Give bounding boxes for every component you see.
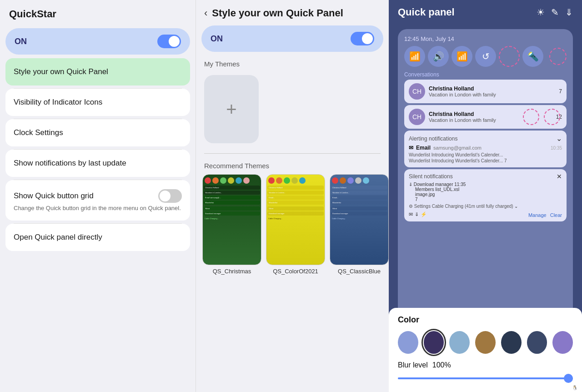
right-title: Quick panel	[398, 6, 455, 18]
add-theme-button[interactable]: +	[204, 75, 259, 143]
silent-section: Silent notifications ✕ ⇓ Download manage…	[404, 169, 567, 221]
theme-notification: Vacation in London...	[267, 191, 324, 195]
qp-dashed-btn-2	[549, 48, 567, 65]
theme-notification: Silent	[267, 206, 324, 211]
alerting-expand[interactable]: ⌄	[556, 134, 562, 143]
mid-toggle-label: ON	[211, 34, 223, 44]
menu-list: Style your own Quick Panel Visibility of…	[0, 58, 196, 392]
manage-btn[interactable]: Manage	[528, 212, 547, 218]
watermark: El androide libre 🐧	[538, 385, 577, 390]
theme-preview-christmas: Christina Holland Vacation in London... …	[202, 174, 261, 265]
blur-slider-fill	[398, 377, 573, 379]
silent-close[interactable]: ✕	[557, 173, 562, 180]
qp-bluetooth-btn[interactable]: 📶	[452, 46, 472, 67]
theme-notification: Download manager	[331, 211, 387, 216]
color-dots-row	[398, 331, 573, 354]
qp-icons-row: 📶 🔊 📶 ↺ 🔦	[404, 46, 567, 67]
color-dot-5[interactable]	[527, 331, 547, 354]
theme-notification: Wunderlist	[267, 201, 324, 205]
color-popup-title: Color	[398, 315, 573, 325]
theme-notification: Christina Holland	[204, 186, 260, 190]
menu-item-visibility[interactable]: Visibility of Indicator Icons	[5, 89, 190, 116]
menu-item-grid[interactable]: Show Quick button grid Change the Quick …	[5, 180, 190, 221]
theme-icon-dot	[284, 177, 290, 184]
blur-row: Blur level 100%	[398, 361, 573, 369]
files-list: Members list_UDL.xsl image.jpg 7	[409, 187, 562, 202]
menu-item-clock[interactable]: Clock Settings	[5, 119, 190, 146]
menu-item-style[interactable]: Style your own Quick Panel	[5, 58, 190, 85]
middle-title: Style your own Quick Panel	[212, 7, 343, 19]
download-row: ⇓ Download manager 11:35	[409, 182, 562, 187]
theme-notification: Email samsung@...	[204, 196, 260, 200]
theme-icon-dot	[228, 177, 234, 184]
alerting-title: Alerting notifications	[409, 136, 457, 142]
left-toggle-row[interactable]: ON	[5, 28, 190, 55]
color-popup: Color Blur level 100%	[389, 308, 582, 392]
download-icon[interactable]: ⇓	[565, 7, 573, 18]
bottom-actions: Manage Clear	[528, 212, 562, 218]
notif-card-1: CH Christina Holland Vacation in London …	[404, 80, 567, 103]
color-dot-4[interactable]	[501, 331, 522, 354]
notif-text-1: Christina Holland Vacation in London wit…	[429, 85, 555, 97]
blur-slider-container[interactable]	[398, 374, 573, 383]
brightness-icon[interactable]: ☀	[537, 7, 545, 18]
grid-toggle-switch[interactable]	[158, 189, 182, 203]
email-name: Email	[416, 145, 431, 151]
app-title: QuickStar	[0, 0, 196, 25]
theme-icon-dot	[236, 177, 242, 184]
color-dot-3[interactable]	[475, 331, 496, 354]
qp-dashed-btn-1[interactable]	[499, 46, 520, 67]
theme-icon-dot	[276, 177, 282, 184]
theme-notification: Vacation in London...	[204, 191, 260, 195]
color-dot-6[interactable]	[552, 331, 573, 354]
theme-icon-dot	[212, 177, 219, 184]
menu-item-show-notif[interactable]: Show notifications by last update	[5, 150, 190, 177]
theme-notification: Download manager	[204, 211, 260, 216]
right-header-icons: ☀ ✎ ⇓	[537, 7, 573, 18]
qp-sound-btn[interactable]: 🔊	[428, 46, 449, 67]
qp-wifi-btn[interactable]: 📶	[404, 46, 425, 67]
avatar-2: CH	[409, 109, 425, 125]
notif-msg-1: Vacation in London with family	[429, 92, 555, 97]
mid-toggle-switch[interactable]	[351, 32, 374, 45]
color-dot-1[interactable]	[424, 331, 444, 354]
theme-christmas[interactable]: Christina Holland Vacation in London... …	[202, 174, 261, 275]
theme-icon-dot	[355, 177, 361, 184]
mid-toggle-row[interactable]: ON	[201, 25, 383, 52]
clear-btn[interactable]: Clear	[550, 212, 562, 218]
theme-classicblue-label: QS_ClassicBlue	[338, 268, 381, 275]
color-dot-2[interactable]	[449, 331, 470, 354]
notif-count-1: 7	[559, 88, 562, 95]
theme-icon-dot	[243, 177, 250, 184]
email-addr: samsung@gmail.com	[433, 145, 482, 151]
back-button[interactable]: ‹	[204, 7, 207, 19]
settings-icon-small: ⚙	[409, 204, 413, 209]
left-toggle-switch[interactable]	[157, 35, 181, 48]
theme-colorof2021[interactable]: Christina Holland Vacation in London... …	[266, 174, 325, 275]
blur-slider-thumb[interactable]	[564, 374, 573, 383]
settings-row: ⚙ Settings Cable Charging (41m until ful…	[409, 204, 562, 209]
wunderlist-1: Wunderlist Introducing Wunderlist's Cale…	[409, 152, 562, 158]
my-themes-label: My Themes	[196, 57, 389, 71]
theme-notification: Email...	[267, 196, 324, 200]
left-panel: QuickStar ON Style your own Quick Panel …	[0, 0, 196, 392]
middle-header: ‹ Style your own Quick Panel	[196, 0, 389, 24]
edit-icon[interactable]: ✎	[551, 7, 559, 18]
color-dot-0[interactable]	[398, 331, 418, 354]
notif-name-1: Christina Holland	[429, 85, 555, 92]
theme-preview-classicblue: Christina Holland Vacation in London... …	[330, 174, 389, 265]
plus-icon: +	[226, 99, 236, 120]
theme-classicblue[interactable]: Christina Holland Vacation in London... …	[330, 174, 389, 275]
qp-rotation-btn[interactable]: ↺	[475, 46, 496, 67]
theme-notification: Christina Holland	[267, 186, 324, 190]
menu-item-open-direct[interactable]: Open Quick panel directly	[5, 224, 190, 251]
blur-label: Blur level	[398, 361, 428, 369]
notif-card-2: CH Christina Holland Vacation in London …	[404, 105, 567, 129]
theme-icon-dot	[332, 177, 338, 184]
qp-flashlight-btn[interactable]: 🔦	[522, 46, 543, 67]
avatar-1: CH	[409, 83, 425, 100]
theme-preview-colorof2021: Christina Holland Vacation in London... …	[266, 174, 325, 265]
blur-slider-track	[398, 377, 573, 379]
theme-notification: Wunderlist	[331, 201, 387, 205]
grid-sub-text: Change the Quick button grid in the more…	[14, 205, 182, 211]
